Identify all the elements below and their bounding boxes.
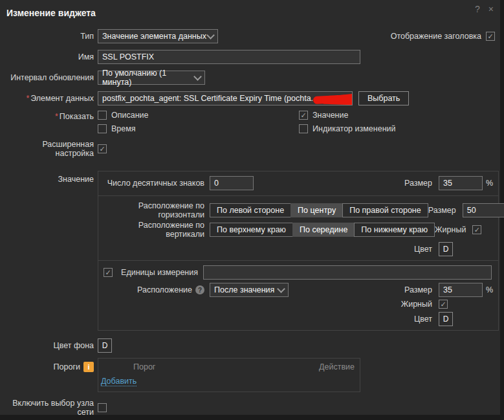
advanced-row: Расширенная настройка <box>6 140 500 158</box>
thresholds-label: Пороги i <box>6 358 98 372</box>
value-group-label: Значение <box>6 168 98 184</box>
units-color-row: Цвет D <box>102 312 493 326</box>
size-label: Размер <box>428 206 456 215</box>
threshold-column-header: Порог <box>101 362 155 371</box>
add-threshold-link[interactable]: Добавить <box>101 377 137 386</box>
time-checkbox[interactable] <box>98 124 107 133</box>
units-position-label: Расположение ? <box>102 285 210 294</box>
valign-row: Расположение по вертикали По верхнему кр… <box>102 221 493 239</box>
units-bold-row: Жирный <box>102 300 493 309</box>
host-select-label: Включить выбор узла сети <box>6 399 98 417</box>
name-input[interactable]: SSL POSTFIX <box>98 50 360 64</box>
show-option-change-indicator[interactable]: Индикатор изменений <box>299 124 396 133</box>
type-select-value: Значение элемента данных <box>102 32 206 41</box>
change-indicator-label: Индикатор изменений <box>312 124 396 133</box>
help-circle-icon[interactable]: ? <box>195 285 204 294</box>
bold-label: Жирный <box>401 300 432 309</box>
show-option-description[interactable]: Описание <box>98 111 299 120</box>
bold-label: Жирный <box>435 225 466 234</box>
units-color-button[interactable]: D <box>439 312 453 326</box>
description-checkbox[interactable] <box>98 111 107 120</box>
value-color-button[interactable]: D <box>439 242 453 256</box>
percent-sign: % <box>486 285 493 294</box>
units-input[interactable] <box>203 265 492 280</box>
required-asterisk: * <box>26 94 29 103</box>
item-value-text: postfix_pochta_agent: SSL Certificate Ex… <box>102 94 313 103</box>
time-label: Время <box>111 124 136 133</box>
halign-row: Расположение по горизонтали По левой сто… <box>102 201 493 219</box>
percent-sign: % <box>486 179 493 188</box>
units-bold-checkbox[interactable] <box>439 300 448 309</box>
size-label: Размер <box>404 285 432 294</box>
name-label: Имя <box>6 52 98 61</box>
help-icon[interactable]: ? <box>475 5 480 14</box>
host-select-row: Включить выбор узла сети <box>6 399 500 417</box>
change-indicator-checkbox[interactable] <box>299 124 308 133</box>
chevron-down-icon <box>277 285 285 293</box>
chevron-down-icon <box>193 72 202 81</box>
item-label: *Элемент данных <box>6 94 98 103</box>
value-size-input[interactable]: 35 <box>439 176 483 190</box>
show-option-time[interactable]: Время <box>98 124 299 133</box>
refresh-row: Интервал обновления По умолчанию (1 мину… <box>6 71 500 85</box>
type-row: Тип Значение элемента данных Отображение… <box>6 29 500 43</box>
units-position-value: После значения <box>214 285 274 294</box>
decimals-input[interactable]: 0 <box>210 176 254 190</box>
halign-center-button[interactable]: По центру <box>290 203 343 217</box>
valign-top-button[interactable]: По верхнему краю <box>210 223 293 237</box>
redaction-scribble <box>313 94 327 105</box>
units-row: Единицы измерения <box>102 265 493 280</box>
size-label: Размер <box>404 179 432 188</box>
show-header-checkbox[interactable] <box>486 32 495 41</box>
value-label: Значение <box>312 111 348 120</box>
type-select[interactable]: Значение элемента данных <box>98 29 218 43</box>
valign-bottom-button[interactable]: По нижнему краю <box>354 223 435 237</box>
advanced-label: Расширенная настройка <box>6 140 98 158</box>
bg-color-row: Цвет фона D <box>6 338 500 353</box>
valign-middle-button[interactable]: По середине <box>292 223 355 237</box>
units-position-row: Расположение ? После значения Размер 35 … <box>102 283 493 297</box>
thresholds-table: Порог Действие Добавить <box>98 358 360 392</box>
edit-widget-dialog: ? × Изменение виджета Тип Значение элеме… <box>0 0 500 415</box>
name-row: Имя SSL POSTFIX <box>6 50 500 64</box>
refresh-label: Интервал обновления <box>6 73 98 82</box>
value-bold-checkbox[interactable] <box>472 225 481 234</box>
chevron-down-icon <box>206 31 215 39</box>
halign-left-button[interactable]: По левой стороне <box>210 203 291 217</box>
value-size2-input[interactable]: 50 <box>463 203 504 217</box>
close-icon[interactable]: × <box>488 5 494 14</box>
color-label: Цвет <box>414 315 432 324</box>
bg-color-label: Цвет фона <box>6 341 98 350</box>
units-size-input[interactable]: 35 <box>439 283 483 297</box>
decimals-row: Число десятичных знаков 0 Размер 35 % <box>102 176 493 190</box>
bg-color-button[interactable]: D <box>98 338 112 353</box>
select-item-button[interactable]: Выбрать <box>358 91 409 105</box>
color-label: Цвет <box>414 245 432 254</box>
show-row: *Показать Описание Время Значение <box>6 111 500 133</box>
name-input-value: SSL POSTFIX <box>102 52 154 61</box>
action-column-header: Действие <box>319 362 356 371</box>
units-enabled-checkbox[interactable] <box>104 268 113 277</box>
halign-right-button[interactable]: По правой стороне <box>342 203 428 217</box>
value-color-row: Цвет D <box>102 242 493 256</box>
value-checkbox[interactable] <box>299 111 308 120</box>
info-icon[interactable]: i <box>83 362 94 372</box>
host-select-checkbox[interactable] <box>98 403 107 412</box>
units-position-select[interactable]: После значения <box>210 283 289 297</box>
divider <box>98 195 498 196</box>
halign-label: Расположение по горизонтали <box>102 201 210 219</box>
units-label: Единицы измерения <box>116 268 198 277</box>
decimals-label: Число десятичных знаков <box>102 179 210 188</box>
dialog-title: Изменение виджета <box>6 8 500 18</box>
show-label: *Показать <box>6 111 98 121</box>
item-multiselect[interactable]: postfix_pochta_agent: SSL Certificate Ex… <box>98 91 353 105</box>
advanced-checkbox[interactable] <box>98 144 107 153</box>
description-label: Описание <box>111 111 149 120</box>
halign-segmented: По левой стороне По центру По правой сто… <box>210 203 428 217</box>
show-option-value[interactable]: Значение <box>299 111 396 120</box>
refresh-select[interactable]: По умолчанию (1 минута) <box>98 71 205 85</box>
show-header-label: Отображение заголовка <box>391 32 481 41</box>
required-asterisk: * <box>55 112 58 121</box>
value-group: Число десятичных знаков 0 Размер 35 % Ра… <box>98 171 499 261</box>
units-group: Единицы измерения Расположение ? После з… <box>98 260 499 331</box>
